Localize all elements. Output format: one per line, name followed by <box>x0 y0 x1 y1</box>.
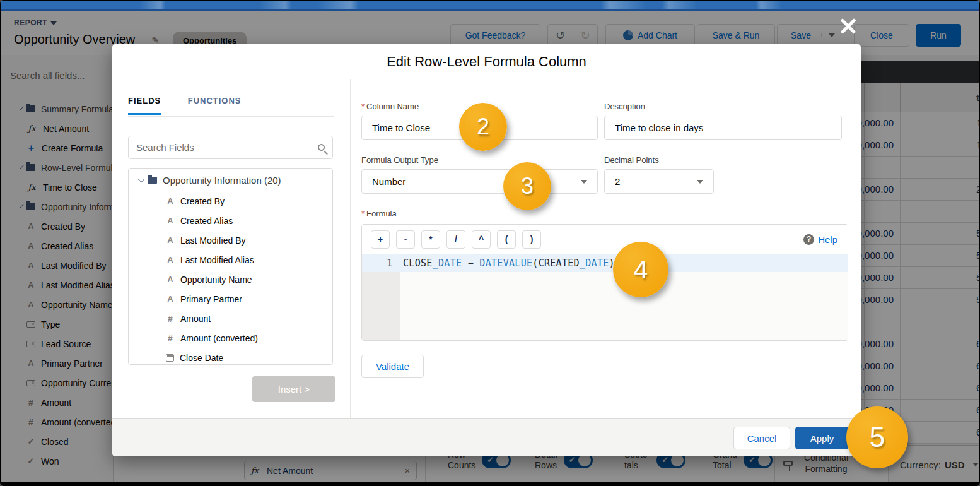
modal-footer: Cancel Apply <box>112 418 861 456</box>
column-name-label: *Column Name <box>361 102 419 111</box>
formula-code-text: CLOSE_DATE − DATEVALUE(CREATED_DATE) <box>403 258 615 269</box>
text-icon: A <box>166 235 175 245</box>
tree-item-label: Primary Partner <box>180 294 242 304</box>
code-token: DATEVALUE <box>479 258 532 269</box>
decimal-points-select[interactable]: 2 <box>604 169 714 194</box>
callout-number-badge: 2 <box>459 103 507 151</box>
operator-button[interactable]: + <box>371 230 390 249</box>
text-icon: A <box>166 255 175 264</box>
help-icon: ? <box>803 234 814 245</box>
folder-icon <box>148 177 157 184</box>
decimal-points-value: 2 <box>615 176 620 187</box>
modal-left-pane: FIELDS FUNCTIONS Search Fields Opportuni… <box>112 79 351 418</box>
tab-fields[interactable]: FIELDS <box>128 96 161 115</box>
operator-buttons: +-*/^() <box>371 230 547 249</box>
tree-field-item[interactable]: # Amount (converted) <box>129 328 332 348</box>
tree-group-opportunity-information[interactable]: Opportunity Information (20) <box>129 169 332 191</box>
modal-right-pane: *Column Name Time to Close Description T… <box>351 79 861 418</box>
tree-items: A Created By A Created Alias A Last Modi… <box>129 191 332 365</box>
formula-code-area[interactable]: 1 CLOSE_DATE − DATEVALUE(CREATED_DATE) <box>362 254 848 341</box>
output-type-value: Number <box>372 176 405 187</box>
help-link[interactable]: ? Help <box>803 234 837 245</box>
text-icon: A <box>166 275 175 284</box>
validate-button[interactable]: Validate <box>361 355 424 378</box>
tree-item-label: Last Modified By <box>180 235 246 246</box>
code-token: CLOSE <box>403 258 433 269</box>
tree-item-label: Opportunity Name <box>180 275 252 285</box>
operator-button[interactable]: ( <box>497 230 516 249</box>
description-value: Time to close in days <box>615 122 703 133</box>
output-type-select[interactable]: Number <box>361 169 598 194</box>
tree-group-label: Opportunity Information (20) <box>163 175 281 186</box>
tree-field-item[interactable]: A Created By <box>129 191 332 211</box>
apply-button[interactable]: Apply <box>795 427 849 449</box>
code-token: _DATE <box>433 258 462 269</box>
chevron-down-icon <box>581 180 587 184</box>
required-asterisk: * <box>361 102 365 111</box>
tree-item-label: Created Alias <box>180 216 233 226</box>
screenshot-root: REPORT Opportunity Overview ✎ Opportunit… <box>0 0 980 486</box>
description-input[interactable]: Time to close in days <box>604 116 842 140</box>
salesforce-decorative-banner <box>1 1 979 11</box>
code-token: _DATE <box>580 258 609 269</box>
number-icon: # <box>166 314 175 324</box>
required-asterisk: * <box>361 209 365 218</box>
text-icon: A <box>166 196 175 206</box>
operator-button[interactable]: - <box>396 230 415 249</box>
callout-number-badge: 5 <box>846 406 908 468</box>
text-icon: A <box>166 294 175 304</box>
modal-close-icon[interactable] <box>837 15 859 37</box>
operator-button[interactable]: ^ <box>472 230 491 249</box>
tree-field-item[interactable]: # Amount <box>129 309 332 328</box>
tree-item-label: Amount (converted) <box>180 333 258 343</box>
formula-toolbar: +-*/^() ? Help <box>362 225 848 254</box>
tree-item-label: Last Modified Alias <box>180 255 254 265</box>
formula-label-text: Formula <box>366 209 397 218</box>
tree-field-item[interactable]: A Last Modified Alias <box>129 250 332 270</box>
fields-tree: Opportunity Information (20) A Created B… <box>128 168 333 365</box>
tree-field-item[interactable]: A Last Modified By <box>129 230 332 250</box>
date-icon <box>166 354 174 362</box>
tree-field-item[interactable]: A Primary Partner <box>129 289 332 309</box>
description-label: Description <box>604 102 645 111</box>
callout-number-badge: 4 <box>613 242 668 297</box>
tab-functions[interactable]: FUNCTIONS <box>188 96 242 113</box>
tree-field-item[interactable]: Close Date <box>129 348 332 365</box>
modal-tabs: FIELDS FUNCTIONS <box>128 95 334 117</box>
callout-number-badge: 3 <box>503 162 551 210</box>
code-token: (CREATED <box>532 258 580 269</box>
formula-code-line: 1 CLOSE_DATE − DATEVALUE(CREATED_DATE) <box>362 254 848 272</box>
line-number: 1 <box>362 258 392 269</box>
chevron-down-icon <box>697 180 703 184</box>
formula-label: *Formula <box>361 209 397 218</box>
output-type-label: Formula Output Type <box>361 155 438 165</box>
tree-item-label: Created By <box>180 196 225 206</box>
number-icon: # <box>166 333 175 343</box>
tree-item-label: Amount <box>180 314 211 324</box>
column-name-label-text: Column Name <box>366 102 419 111</box>
cancel-button[interactable]: Cancel <box>733 427 790 449</box>
tree-field-item[interactable]: A Opportunity Name <box>129 270 332 289</box>
insert-button[interactable]: Insert > <box>252 376 335 402</box>
operator-button[interactable]: / <box>446 230 465 249</box>
search-fields-placeholder: Search Fields <box>136 142 194 153</box>
search-fields-input[interactable]: Search Fields <box>128 136 333 159</box>
code-token: − <box>462 258 479 269</box>
column-name-value: Time to Close <box>372 122 430 133</box>
text-icon: A <box>166 216 175 225</box>
chevron-down-icon <box>137 175 144 182</box>
formula-editor: +-*/^() ? Help 1 CLOSE_DATE − DATEVALUE(… <box>361 224 848 341</box>
search-icon <box>318 144 325 151</box>
operator-button[interactable]: ) <box>522 230 541 249</box>
modal-title: Edit Row-Level Formula Column <box>112 44 861 78</box>
operator-button[interactable]: * <box>421 230 440 249</box>
decimal-points-label: Decimal Points <box>604 155 659 165</box>
help-label: Help <box>818 234 837 245</box>
tree-item-label: Close Date <box>180 353 223 363</box>
tree-field-item[interactable]: A Created Alias <box>129 211 332 230</box>
